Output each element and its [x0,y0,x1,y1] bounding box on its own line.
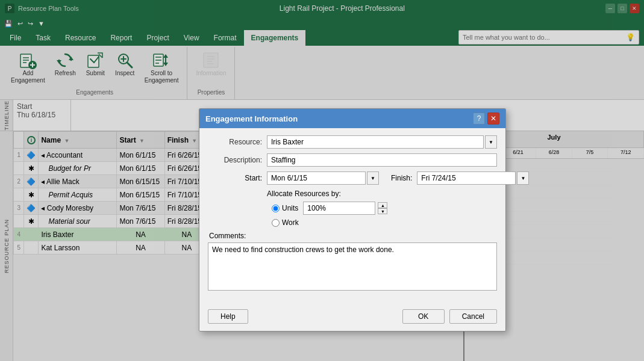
footer-right: OK Cancel [402,309,497,324]
units-radio-row: Units ▲ ▼ [208,202,497,215]
description-row: Description: [208,153,497,167]
dialog-footer: Help OK Cancel [199,304,505,331]
comments-label: Comments: [209,232,497,240]
resource-input-group: ▼ [267,135,497,149]
help-button[interactable]: Help [208,309,248,324]
description-input[interactable] [267,153,497,167]
ok-button[interactable]: OK [402,309,445,324]
work-radio-option: Work [272,218,299,227]
allocate-label: Allocate Resources by: [267,190,497,198]
description-label: Description: [208,156,262,164]
dialog-overlay: Engagement Information ? ✕ Resource: ▼ D… [0,0,644,361]
units-input-group: ▲ ▼ [303,202,497,215]
finish-label: Finish: [391,174,412,182]
dialog-body: Resource: ▼ Description: Start: ▼ Finish… [199,128,505,304]
work-radio-row: Work [208,218,497,227]
units-spinner: ▲ ▼ [378,202,387,214]
start-label: Start: [208,174,262,182]
dialog-title-bar: Engagement Information ? ✕ [199,109,505,128]
comments-textarea[interactable]: We need to find construction crews to ge… [208,242,497,291]
resource-input[interactable] [267,135,484,149]
finish-dropdown-btn[interactable]: ▼ [517,171,529,185]
allocate-section: Allocate Resources by: Units ▲ ▼ [208,190,497,227]
finish-input[interactable] [417,171,516,185]
units-radio[interactable] [272,205,280,212]
units-spin-down[interactable]: ▼ [378,208,387,214]
work-radio[interactable] [272,219,280,227]
dialog-title-text: Engagement Information [205,114,298,123]
work-radio-label: Work [282,218,299,227]
units-radio-label: Units [282,204,298,212]
units-radio-option: Units [272,204,298,212]
start-input[interactable] [267,171,366,185]
finish-field: ▼ [417,171,529,185]
resource-label: Resource: [208,138,262,146]
dialog-controls: ? ✕ [473,113,499,125]
engagement-information-dialog: Engagement Information ? ✕ Resource: ▼ D… [199,108,506,332]
start-dropdown-btn[interactable]: ▼ [367,171,379,185]
dialog-close-btn[interactable]: ✕ [487,113,499,125]
resource-row: Resource: ▼ [208,135,497,149]
dialog-help-btn[interactable]: ? [473,113,485,125]
units-input[interactable] [303,202,375,215]
start-field: ▼ [267,171,379,185]
comments-section: Comments: We need to find construction c… [208,232,497,292]
cancel-button[interactable]: Cancel [449,309,497,324]
units-spin-up[interactable]: ▲ [378,202,387,208]
resource-dropdown-btn[interactable]: ▼ [485,135,497,149]
date-row: Start: ▼ Finish: ▼ [208,171,497,185]
